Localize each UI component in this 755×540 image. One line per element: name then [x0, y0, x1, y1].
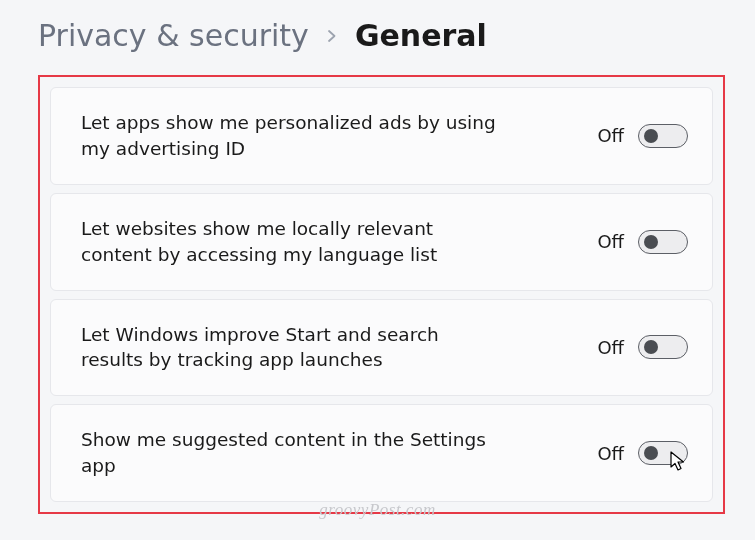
setting-label: Let apps show me personalized ads by usi… [81, 110, 501, 162]
setting-row-suggested-content[interactable]: Show me suggested content in the Setting… [50, 404, 713, 502]
breadcrumb: Privacy & security General [38, 18, 725, 53]
toggle-switch[interactable] [638, 441, 688, 465]
toggle-state-text: Off [597, 337, 624, 358]
breadcrumb-current: General [355, 18, 487, 53]
setting-control: Off [597, 230, 688, 254]
toggle-state-text: Off [597, 125, 624, 146]
setting-control: Off [597, 124, 688, 148]
settings-highlight-box: Let apps show me personalized ads by usi… [38, 75, 725, 514]
breadcrumb-parent[interactable]: Privacy & security [38, 18, 309, 53]
setting-label: Show me suggested content in the Setting… [81, 427, 501, 479]
setting-label: Let websites show me locally relevant co… [81, 216, 501, 268]
setting-control: Off [597, 441, 688, 465]
setting-control: Off [597, 335, 688, 359]
toggle-switch[interactable] [638, 124, 688, 148]
setting-row-app-launches[interactable]: Let Windows improve Start and search res… [50, 299, 713, 397]
watermark: groovyPost.com [319, 500, 435, 520]
toggle-state-text: Off [597, 443, 624, 464]
setting-row-language-list[interactable]: Let websites show me locally relevant co… [50, 193, 713, 291]
toggle-switch[interactable] [638, 230, 688, 254]
chevron-right-icon [325, 29, 339, 43]
toggle-switch[interactable] [638, 335, 688, 359]
setting-label: Let Windows improve Start and search res… [81, 322, 501, 374]
setting-row-advertising-id[interactable]: Let apps show me personalized ads by usi… [50, 87, 713, 185]
toggle-state-text: Off [597, 231, 624, 252]
